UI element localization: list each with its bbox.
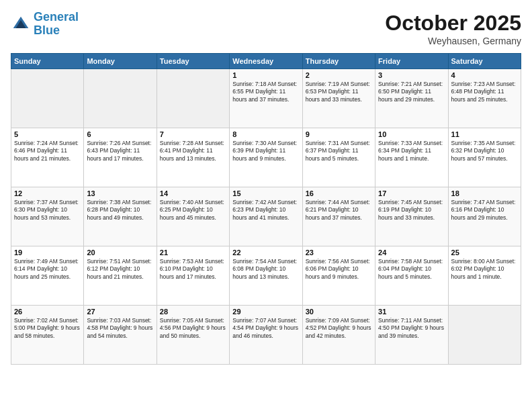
weekday-header-tuesday: Tuesday (157, 54, 229, 69)
day-number: 1 (232, 71, 299, 79)
day-info: Sunrise: 7:44 AM Sunset: 6:21 PM Dayligh… (306, 199, 372, 222)
day-cell: 15Sunrise: 7:42 AM Sunset: 6:23 PM Dayli… (230, 187, 302, 246)
day-number: 13 (87, 189, 153, 197)
day-number: 27 (87, 308, 153, 316)
day-info: Sunrise: 7:11 AM Sunset: 4:50 PM Dayligh… (378, 317, 445, 340)
day-info: Sunrise: 7:28 AM Sunset: 6:41 PM Dayligh… (160, 140, 226, 163)
day-number: 9 (306, 130, 372, 138)
day-info: Sunrise: 7:51 AM Sunset: 6:12 PM Dayligh… (87, 258, 153, 281)
day-cell: 23Sunrise: 7:56 AM Sunset: 6:06 PM Dayli… (302, 246, 375, 306)
day-info: Sunrise: 7:30 AM Sunset: 6:39 PM Dayligh… (232, 140, 299, 163)
day-cell: 21Sunrise: 7:53 AM Sunset: 6:10 PM Dayli… (157, 246, 229, 306)
week-row-5: 26Sunrise: 7:02 AM Sunset: 5:00 PM Dayli… (11, 306, 521, 365)
day-cell: 24Sunrise: 7:58 AM Sunset: 6:04 PM Dayli… (375, 246, 448, 306)
day-number: 29 (232, 308, 299, 316)
day-info: Sunrise: 8:00 AM Sunset: 6:02 PM Dayligh… (451, 258, 518, 281)
day-number: 5 (14, 130, 81, 138)
day-cell (11, 69, 84, 128)
weekday-header-wednesday: Wednesday (230, 54, 302, 69)
day-cell: 28Sunrise: 7:05 AM Sunset: 4:56 PM Dayli… (157, 306, 229, 365)
day-cell: 11Sunrise: 7:35 AM Sunset: 6:32 PM Dayli… (448, 128, 521, 187)
day-cell: 2Sunrise: 7:19 AM Sunset: 6:53 PM Daylig… (302, 69, 375, 128)
weekday-header-monday: Monday (84, 54, 157, 69)
day-cell (84, 69, 157, 128)
day-cell: 30Sunrise: 7:09 AM Sunset: 4:52 PM Dayli… (302, 306, 375, 365)
day-cell: 20Sunrise: 7:51 AM Sunset: 6:12 PM Dayli… (84, 246, 157, 306)
day-info: Sunrise: 7:49 AM Sunset: 6:14 PM Dayligh… (14, 258, 81, 281)
day-cell (157, 69, 229, 128)
day-cell (448, 306, 521, 365)
day-number: 18 (451, 189, 518, 197)
header: General Blue October 2025 Weyhausen, Ger… (11, 11, 521, 46)
title-block: October 2025 Weyhausen, Germany (385, 11, 521, 46)
day-info: Sunrise: 7:47 AM Sunset: 6:16 PM Dayligh… (451, 199, 518, 222)
calendar-table: SundayMondayTuesdayWednesdayThursdayFrid… (11, 53, 521, 365)
day-number: 31 (378, 308, 445, 316)
day-number: 11 (451, 130, 518, 138)
day-number: 21 (160, 248, 226, 257)
day-number: 25 (451, 248, 518, 257)
day-number: 6 (87, 130, 153, 138)
month-title: October 2025 (385, 11, 521, 36)
day-number: 20 (87, 248, 153, 257)
day-cell: 10Sunrise: 7:33 AM Sunset: 6:34 PM Dayli… (375, 128, 448, 187)
weekday-header-row: SundayMondayTuesdayWednesdayThursdayFrid… (11, 54, 521, 69)
day-number: 15 (232, 189, 299, 197)
day-number: 23 (306, 248, 372, 257)
day-cell: 6Sunrise: 7:26 AM Sunset: 6:43 PM Daylig… (84, 128, 157, 187)
day-info: Sunrise: 7:38 AM Sunset: 6:28 PM Dayligh… (87, 199, 153, 222)
day-cell: 29Sunrise: 7:07 AM Sunset: 4:54 PM Dayli… (230, 306, 302, 365)
day-info: Sunrise: 7:42 AM Sunset: 6:23 PM Dayligh… (232, 199, 299, 222)
day-info: Sunrise: 7:03 AM Sunset: 4:58 PM Dayligh… (87, 317, 153, 340)
day-number: 12 (14, 189, 81, 197)
day-number: 14 (160, 189, 226, 197)
day-info: Sunrise: 7:58 AM Sunset: 6:04 PM Dayligh… (378, 258, 445, 281)
day-cell: 13Sunrise: 7:38 AM Sunset: 6:28 PM Dayli… (84, 187, 157, 246)
weekday-header-friday: Friday (375, 54, 448, 69)
day-cell: 17Sunrise: 7:45 AM Sunset: 6:19 PM Dayli… (375, 187, 448, 246)
day-info: Sunrise: 7:09 AM Sunset: 4:52 PM Dayligh… (306, 317, 372, 340)
day-number: 16 (306, 189, 372, 197)
page: General Blue October 2025 Weyhausen, Ger… (0, 0, 532, 411)
location: Weyhausen, Germany (385, 36, 521, 46)
day-info: Sunrise: 7:23 AM Sunset: 6:48 PM Dayligh… (451, 81, 518, 103)
day-info: Sunrise: 7:07 AM Sunset: 4:54 PM Dayligh… (232, 317, 299, 340)
day-cell: 7Sunrise: 7:28 AM Sunset: 6:41 PM Daylig… (157, 128, 229, 187)
weekday-header-thursday: Thursday (302, 54, 375, 69)
day-number: 8 (232, 130, 299, 138)
week-row-4: 19Sunrise: 7:49 AM Sunset: 6:14 PM Dayli… (11, 246, 521, 306)
day-info: Sunrise: 7:26 AM Sunset: 6:43 PM Dayligh… (87, 140, 153, 163)
day-cell: 25Sunrise: 8:00 AM Sunset: 6:02 PM Dayli… (448, 246, 521, 306)
day-cell: 3Sunrise: 7:21 AM Sunset: 6:50 PM Daylig… (375, 69, 448, 128)
day-info: Sunrise: 7:54 AM Sunset: 6:08 PM Dayligh… (232, 258, 299, 281)
day-cell: 19Sunrise: 7:49 AM Sunset: 6:14 PM Dayli… (11, 246, 84, 306)
week-row-3: 12Sunrise: 7:37 AM Sunset: 6:30 PM Dayli… (11, 187, 521, 246)
day-info: Sunrise: 7:45 AM Sunset: 6:19 PM Dayligh… (378, 199, 445, 222)
weekday-header-saturday: Saturday (448, 54, 521, 69)
day-number: 26 (14, 308, 81, 316)
day-cell: 1Sunrise: 7:18 AM Sunset: 6:55 PM Daylig… (230, 69, 302, 128)
day-number: 2 (306, 71, 372, 79)
weekday-header-sunday: Sunday (11, 54, 84, 69)
day-info: Sunrise: 7:02 AM Sunset: 5:00 PM Dayligh… (14, 317, 81, 340)
week-row-1: 1Sunrise: 7:18 AM Sunset: 6:55 PM Daylig… (11, 69, 521, 128)
day-info: Sunrise: 7:18 AM Sunset: 6:55 PM Dayligh… (232, 81, 299, 103)
day-info: Sunrise: 7:56 AM Sunset: 6:06 PM Dayligh… (306, 258, 372, 281)
logo-icon (11, 14, 31, 34)
day-number: 28 (160, 308, 226, 316)
day-cell: 14Sunrise: 7:40 AM Sunset: 6:25 PM Dayli… (157, 187, 229, 246)
day-number: 3 (378, 71, 445, 79)
day-info: Sunrise: 7:21 AM Sunset: 6:50 PM Dayligh… (378, 81, 445, 103)
day-info: Sunrise: 7:24 AM Sunset: 6:46 PM Dayligh… (14, 140, 81, 163)
day-cell: 26Sunrise: 7:02 AM Sunset: 5:00 PM Dayli… (11, 306, 84, 365)
day-info: Sunrise: 7:19 AM Sunset: 6:53 PM Dayligh… (306, 81, 372, 103)
day-cell: 8Sunrise: 7:30 AM Sunset: 6:39 PM Daylig… (230, 128, 302, 187)
day-info: Sunrise: 7:35 AM Sunset: 6:32 PM Dayligh… (451, 140, 518, 163)
day-cell: 18Sunrise: 7:47 AM Sunset: 6:16 PM Dayli… (448, 187, 521, 246)
day-number: 19 (14, 248, 81, 257)
day-number: 24 (378, 248, 445, 257)
day-info: Sunrise: 7:37 AM Sunset: 6:30 PM Dayligh… (14, 199, 81, 222)
day-cell: 27Sunrise: 7:03 AM Sunset: 4:58 PM Dayli… (84, 306, 157, 365)
day-cell: 16Sunrise: 7:44 AM Sunset: 6:21 PM Dayli… (302, 187, 375, 246)
logo-text: General Blue (34, 11, 79, 38)
